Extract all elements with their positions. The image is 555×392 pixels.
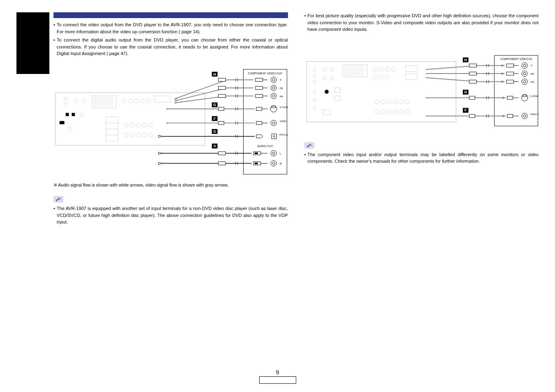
svg-point-113 (313, 98, 316, 101)
diagram-svg: COMPONENT VIDEO IN Y PB PR S VIDEO IN (304, 53, 539, 134)
note-icon (53, 196, 63, 203)
svg-text:COMPONENT VIDEO IN: COMPONENT VIDEO IN (500, 57, 532, 60)
svg-text:A: A (214, 144, 216, 148)
svg-point-112 (313, 90, 316, 93)
svg-text:H: H (214, 72, 216, 76)
svg-point-25 (124, 123, 128, 127)
svg-rect-67 (272, 134, 276, 138)
bullet-text: To connect the video output from the DVD… (57, 21, 288, 35)
svg-point-114 (313, 106, 316, 109)
svg-marker-188 (502, 64, 505, 67)
svg-marker-100 (158, 162, 163, 164)
svg-point-19 (140, 99, 144, 103)
footnote-marker: ※ (53, 182, 58, 187)
svg-point-149 (381, 110, 385, 114)
svg-text:VIDEO OUT: VIDEO OUT (280, 120, 288, 122)
left-column: • To connect the video output from the D… (53, 12, 288, 227)
svg-rect-104 (218, 107, 224, 111)
svg-point-18 (134, 99, 138, 103)
svg-point-115 (323, 67, 327, 71)
body-bullet: • To connect the video output from the D… (53, 21, 288, 35)
svg-point-164 (523, 80, 526, 83)
svg-rect-105 (218, 121, 224, 125)
section-title-bar (53, 12, 288, 18)
svg-point-146 (399, 99, 403, 104)
svg-point-30 (124, 133, 128, 137)
svg-rect-22 (65, 113, 69, 116)
svg-point-46 (272, 87, 275, 89)
svg-point-110 (313, 74, 316, 77)
right-column: • For best picture quality (especially w… (304, 12, 539, 227)
svg-point-118 (330, 76, 334, 80)
svg-marker-97 (167, 122, 170, 124)
svg-marker-191 (502, 97, 506, 99)
svg-rect-65 (256, 121, 262, 125)
svg-text:G: G (213, 103, 216, 107)
svg-point-116 (330, 67, 334, 71)
svg-point-24 (80, 113, 84, 116)
svg-point-68 (273, 135, 275, 137)
svg-text:S VIDEO OUT: S VIDEO OUT (280, 106, 288, 108)
svg-rect-78 (255, 152, 258, 154)
svg-point-49 (272, 95, 275, 97)
svg-point-152 (399, 110, 403, 114)
svg-point-153 (405, 110, 409, 114)
body-bullet: • For best picture quality (especially w… (304, 12, 539, 33)
svg-rect-196 (469, 96, 475, 99)
svg-point-17 (128, 99, 132, 103)
svg-point-75 (272, 162, 275, 164)
svg-point-1 (64, 97, 67, 100)
svg-point-29 (149, 123, 153, 127)
svg-marker-190 (502, 80, 505, 83)
svg-rect-154 (323, 110, 331, 115)
svg-rect-107 (218, 161, 226, 165)
svg-rect-106 (218, 152, 226, 155)
svg-point-111 (313, 80, 316, 83)
svg-point-33 (142, 133, 146, 137)
svg-rect-55 (255, 94, 263, 97)
svg-point-43 (272, 78, 275, 81)
svg-point-48 (271, 93, 276, 99)
sidebar-black-tab (16, 12, 49, 74)
svg-point-148 (375, 110, 379, 114)
body-bullet: • To connect the digital audio output fr… (53, 37, 288, 57)
svg-marker-189 (502, 72, 505, 75)
svg-marker-96 (167, 108, 170, 110)
svg-rect-81 (255, 162, 258, 164)
svg-rect-175 (507, 96, 513, 99)
svg-point-42 (271, 77, 276, 83)
note-bullet: • The component video input and/or outpu… (304, 151, 539, 165)
svg-text:H: H (464, 58, 467, 62)
svg-point-4 (82, 99, 86, 103)
svg-text:AUDIO OUT: AUDIO OUT (257, 145, 273, 148)
svg-point-34 (149, 133, 153, 137)
svg-point-63 (272, 122, 275, 124)
svg-rect-197 (469, 114, 475, 118)
svg-point-131 (379, 67, 383, 71)
svg-text:PB: PB (280, 87, 283, 89)
svg-point-20 (146, 99, 151, 103)
svg-point-161 (523, 72, 526, 75)
svg-rect-58 (272, 106, 276, 108)
svg-point-72 (272, 152, 275, 154)
svg-rect-0 (56, 92, 205, 145)
svg-point-74 (271, 160, 276, 166)
svg-rect-35 (60, 121, 65, 124)
svg-rect-193 (469, 64, 476, 67)
svg-point-45 (271, 85, 276, 91)
svg-point-143 (381, 99, 385, 104)
svg-point-163 (522, 78, 527, 84)
svg-rect-103 (218, 94, 226, 97)
svg-point-133 (391, 67, 395, 71)
svg-rect-53 (255, 86, 263, 90)
svg-text:PB: PB (530, 73, 534, 75)
svg-rect-173 (522, 95, 527, 97)
svg-point-141 (325, 90, 329, 94)
svg-point-62 (271, 120, 276, 126)
svg-point-157 (522, 62, 527, 68)
footnote: ※ Audio signal flow is shown with white … (53, 182, 288, 189)
svg-rect-60 (256, 107, 262, 111)
svg-point-178 (523, 115, 526, 117)
svg-point-28 (142, 123, 146, 127)
svg-point-132 (385, 67, 389, 71)
